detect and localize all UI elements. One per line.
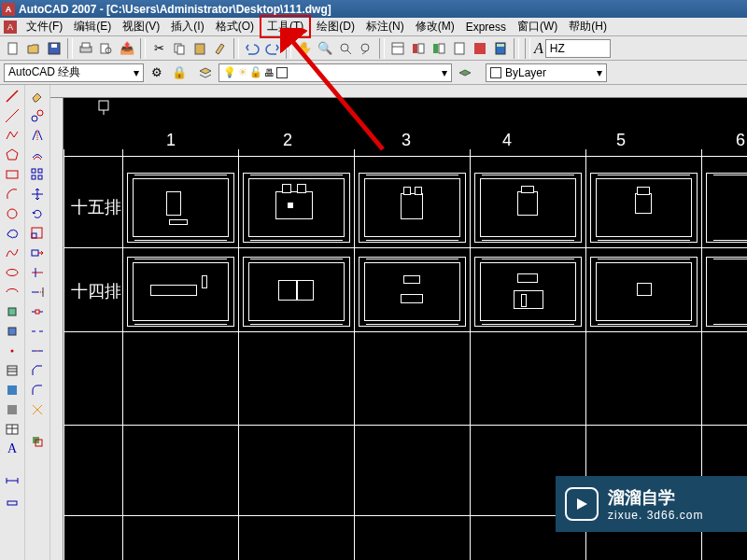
rotate-icon[interactable]	[27, 204, 48, 223]
thumbnail-cell	[706, 257, 747, 327]
plot-icon[interactable]	[77, 39, 95, 58]
zoom-win-icon[interactable]	[336, 39, 355, 58]
extend-icon[interactable]	[27, 283, 48, 301]
pan-icon[interactable]: ✋	[295, 39, 314, 58]
svg-marker-25	[7, 149, 18, 160]
block-make-icon[interactable]	[2, 322, 22, 341]
polyline-icon[interactable]	[2, 126, 22, 145]
stretch-icon[interactable]	[27, 244, 48, 262]
svg-rect-36	[7, 405, 17, 414]
join-icon[interactable]	[27, 342, 48, 360]
scale-icon[interactable]	[27, 224, 48, 243]
new-icon[interactable]	[4, 39, 22, 58]
menu-format[interactable]: 格式(O)	[210, 17, 260, 36]
draworder-icon[interactable]	[27, 432, 48, 451]
match-icon[interactable]	[211, 39, 230, 58]
layer-dropdown[interactable]: 💡 ☀ 🔓 🖶 ▾	[218, 63, 452, 82]
mtext-icon[interactable]: A	[2, 440, 22, 458]
menu-modify[interactable]: 修改(M)	[410, 17, 460, 36]
gridline	[63, 425, 747, 426]
menu-insert[interactable]: 插入(I)	[165, 17, 209, 36]
trim-icon[interactable]	[27, 263, 48, 282]
break-icon[interactable]	[27, 322, 48, 341]
ellipse-arc-icon[interactable]	[2, 283, 22, 301]
explode-icon[interactable]	[27, 400, 48, 419]
tool-other-icon[interactable]	[2, 491, 22, 510]
copy-icon[interactable]	[170, 39, 189, 58]
mirror-icon[interactable]	[27, 126, 48, 145]
table-icon[interactable]	[2, 420, 22, 439]
save-icon[interactable]	[45, 39, 63, 58]
properties-icon[interactable]	[388, 39, 407, 58]
spline-icon[interactable]	[2, 244, 22, 262]
gridline	[238, 149, 239, 560]
gradient-icon[interactable]	[2, 381, 22, 399]
menu-file[interactable]: 文件(F)	[21, 17, 68, 36]
hatch-icon[interactable]	[2, 361, 22, 380]
zoom-rt-icon[interactable]: 🔍	[316, 39, 334, 58]
point-icon[interactable]	[2, 342, 22, 360]
row-label-15: 十五排	[71, 196, 121, 218]
watermark-url: zixue. 3d66.com	[608, 509, 703, 522]
line-icon[interactable]	[2, 87, 22, 105]
menu-view[interactable]: 视图(V)	[117, 17, 165, 36]
distance-icon[interactable]	[2, 471, 22, 490]
svg-line-11	[347, 50, 351, 54]
sheet-set-icon[interactable]	[450, 39, 469, 58]
tool-palette-icon[interactable]	[430, 39, 448, 58]
calc-icon[interactable]	[491, 39, 510, 58]
rectangle-icon[interactable]	[2, 165, 22, 184]
menu-tools[interactable]: 工具(T)	[260, 15, 311, 38]
workspace-lock-icon[interactable]: 🔒	[170, 63, 189, 82]
layer-prev-icon[interactable]	[456, 63, 474, 82]
color-dropdown[interactable]: ByLayer ▾	[486, 63, 607, 82]
block-insert-icon[interactable]	[2, 302, 22, 321]
markup-icon[interactable]	[471, 39, 489, 58]
polygon-icon[interactable]	[2, 146, 22, 164]
publish-icon[interactable]: 📤	[118, 39, 136, 58]
array-icon[interactable]	[27, 165, 48, 184]
preview-icon[interactable]	[97, 39, 116, 58]
fillet-icon[interactable]	[27, 381, 48, 399]
play-icon	[565, 487, 599, 521]
thumbnail-cell	[474, 257, 582, 327]
thumbnail-cell	[706, 173, 747, 243]
menu-draw[interactable]: 绘图(D)	[311, 17, 360, 36]
cut-icon[interactable]: ✂	[149, 39, 168, 58]
erase-icon[interactable]	[27, 87, 48, 105]
undo-icon[interactable]	[243, 39, 261, 58]
svg-rect-2	[51, 44, 57, 48]
svg-line-24	[6, 109, 19, 122]
revcloud-icon[interactable]	[2, 224, 22, 243]
text-style-icon[interactable]: A	[534, 40, 543, 57]
copy-obj-icon[interactable]	[27, 106, 48, 125]
move-icon[interactable]	[27, 185, 48, 203]
circle-icon[interactable]	[2, 204, 22, 223]
paste-icon[interactable]	[190, 39, 209, 58]
menu-help[interactable]: 帮助(H)	[563, 17, 613, 36]
menu-dimension[interactable]: 标注(N)	[360, 17, 410, 36]
arc-icon[interactable]	[2, 185, 22, 203]
design-center-icon[interactable]	[409, 39, 428, 58]
zoom-prev-icon[interactable]	[357, 39, 375, 58]
workspace-settings-icon[interactable]: ⚙	[148, 63, 166, 82]
doc-icon[interactable]: A	[4, 21, 17, 34]
text-style-input[interactable]	[545, 39, 611, 58]
app-icon: A	[2, 3, 15, 16]
break-point-icon[interactable]	[27, 302, 48, 321]
menu-express[interactable]: Express	[460, 19, 512, 35]
chamfer-icon[interactable]	[27, 361, 48, 380]
svg-rect-43	[7, 501, 17, 505]
layer-props-icon[interactable]	[196, 63, 215, 82]
ellipse-icon[interactable]	[2, 263, 22, 282]
menu-edit[interactable]: 编辑(E)	[68, 17, 117, 36]
menu-window[interactable]: 窗口(W)	[512, 17, 563, 36]
offset-icon[interactable]	[27, 146, 48, 164]
title-bar: A AutoCAD 2007 - [C:\Users\Administrator…	[0, 0, 747, 18]
region-icon[interactable]	[2, 400, 22, 419]
svg-point-45	[37, 110, 43, 116]
xline-icon[interactable]	[2, 106, 22, 125]
workspace-dropdown[interactable]: AutoCAD 经典 ▾	[4, 63, 144, 82]
open-icon[interactable]	[24, 39, 43, 58]
redo-icon[interactable]	[263, 39, 282, 58]
